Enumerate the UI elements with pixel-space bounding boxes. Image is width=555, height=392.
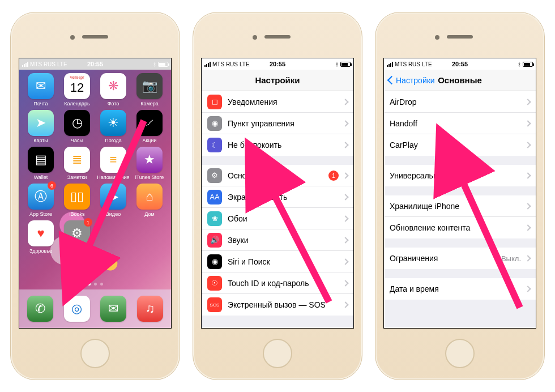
home-button[interactable]	[445, 339, 475, 368]
chevron-right-icon	[524, 224, 531, 231]
row-icon: ◉	[207, 254, 222, 269]
screen-home: MTS RUS LTE 20:55 ᚼ ✉ПочтаЧетверг12Кален…	[19, 58, 172, 329]
battery-icon	[523, 62, 533, 67]
settings-row[interactable]: Дата и время	[384, 278, 536, 300]
chevron-right-icon	[342, 120, 348, 126]
status-bar: MTS RUS LTE 20:55 ᚼ	[202, 58, 353, 70]
battery-icon	[158, 62, 168, 67]
app-Настройки[interactable]: ⚙1Настройки	[59, 220, 95, 254]
chevron-right-icon	[342, 99, 348, 105]
app-Заметки[interactable]: ≣Заметки	[59, 147, 95, 180]
dock-app[interactable]: ♫	[137, 296, 163, 322]
settings-row[interactable]: ◉Пункт управления	[202, 113, 353, 134]
settings-row[interactable]: Обновление контента	[384, 217, 536, 238]
chevron-right-icon	[524, 99, 531, 105]
row-label: Touch ID и код-пароль	[228, 279, 343, 288]
app-Карты[interactable]: ➤Карты	[23, 110, 59, 143]
app-iBooks[interactable]: ▯▯iBooks	[59, 184, 95, 217]
app-label: Здоровье	[29, 248, 52, 254]
app-label: Напоминания	[97, 174, 129, 180]
time: 20:55	[19, 61, 171, 67]
nav-title: Настройки	[255, 75, 300, 85]
app-Напоминания[interactable]: ≡Напоминания	[95, 147, 131, 180]
nav-bar: Настройки	[202, 70, 353, 91]
app-label: Видео	[106, 211, 121, 217]
row-label: Универсальный доступ	[390, 171, 526, 180]
settings-row[interactable]: Универсальный доступ	[384, 165, 536, 186]
app-Камера[interactable]: 📷Камера	[131, 73, 168, 106]
row-icon: AA	[207, 190, 222, 204]
row-label: Хранилище iPhone	[390, 202, 526, 211]
settings-row[interactable]: SOSЭкстренный вызов — SOS	[202, 294, 353, 316]
app-Акции[interactable]: ⟋Акции	[131, 110, 168, 143]
settings-row[interactable]: AirDrop	[384, 91, 536, 113]
row-label: Звуки	[228, 236, 343, 245]
app-Фото[interactable]: ❋Фото	[95, 73, 131, 106]
app-Wallet[interactable]: ▤Wallet	[23, 147, 59, 180]
app-label: Карты	[33, 138, 48, 143]
dock-app[interactable]: ✆	[27, 296, 53, 322]
row-icon: ◉	[207, 116, 222, 131]
phone-frame-general: MTS RUS LTE 20:55 ᚼ Настройки Основные A…	[375, 12, 545, 380]
settings-row[interactable]: CarPlay	[384, 134, 536, 156]
chevron-right-icon	[342, 142, 348, 148]
settings-row[interactable]: ☾Не беспокоить	[202, 134, 353, 156]
settings-row[interactable]: AAЭкран и яркость	[202, 186, 353, 208]
app-label: iBooks	[69, 211, 84, 217]
screen-general: MTS RUS LTE 20:55 ᚼ Настройки Основные A…	[383, 58, 536, 329]
app-label: Почта	[34, 101, 48, 106]
settings-row[interactable]: ◉Siri и Поиск	[202, 251, 353, 272]
phone-frame-settings: MTS RUS LTE 20:55 ᚼ Настройки ◻Уведомлен…	[193, 12, 362, 380]
app-label: Фото	[108, 101, 119, 106]
app-Почта[interactable]: ✉Почта	[23, 73, 59, 106]
row-label: AirDrop	[390, 97, 526, 106]
app-Дом[interactable]: ⌂Дом	[131, 184, 168, 217]
app-Часы[interactable]: ◷Часы	[59, 110, 95, 143]
home-button[interactable]	[263, 339, 292, 368]
settings-row[interactable]: ОграниченияВыкл.	[384, 248, 536, 269]
row-label: Не беспокоить	[228, 140, 343, 150]
settings-row[interactable]: 🔊Звуки	[202, 229, 353, 251]
settings-row[interactable]: ◻Уведомления	[202, 91, 353, 113]
chevron-right-icon	[342, 301, 348, 308]
app-Календарь[interactable]: Четверг12Календарь	[59, 73, 95, 106]
chevron-right-icon	[524, 142, 531, 148]
app-label: Wallet	[34, 174, 48, 180]
chevron-right-icon	[342, 215, 348, 221]
app-Видео[interactable]: ▶Видео	[95, 184, 131, 217]
row-label: Экстренный вызов — SOS	[228, 300, 343, 309]
chevron-right-icon	[524, 286, 531, 292]
phone-frame-home: MTS RUS LTE 20:55 ᚼ ✉ПочтаЧетверг12Кален…	[10, 12, 180, 380]
row-label: Основные	[228, 171, 328, 180]
chevron-right-icon	[524, 203, 531, 209]
settings-row[interactable]: ❀Обои	[202, 208, 353, 229]
chevron-right-icon	[342, 172, 348, 178]
dock-app[interactable]: ◎	[64, 296, 90, 322]
chevron-right-icon	[524, 120, 531, 126]
settings-list[interactable]: ◻Уведомления◉Пункт управления☾Не беспоко…	[202, 91, 353, 328]
row-icon: ⚙	[207, 168, 222, 183]
home-apps-grid: ✉ПочтаЧетверг12Календарь❋Фото📷Камера➤Кар…	[19, 70, 171, 254]
app-label: Камера	[140, 101, 158, 106]
app-iTunes Store[interactable]: ★iTunes Store	[131, 147, 168, 180]
back-button[interactable]: Настройки	[386, 70, 435, 91]
settings-row[interactable]: Handoff	[384, 113, 536, 134]
settings-row[interactable]: Хранилище iPhone	[384, 195, 536, 217]
settings-row[interactable]: ☉Touch ID и код-пароль	[202, 272, 353, 294]
row-label: CarPlay	[390, 140, 526, 150]
app-Погода[interactable]: ☀Погода	[95, 110, 131, 143]
app-label: Заметки	[67, 174, 87, 180]
page-indicator[interactable]	[19, 280, 171, 287]
dock: ✆◎✉♫	[19, 289, 171, 328]
home-wallpaper: ✉ПочтаЧетверг12Календарь❋Фото📷Камера➤Кар…	[19, 70, 171, 328]
general-list[interactable]: AirDropHandoffCarPlay Универсальный дост…	[384, 91, 536, 328]
row-label: Обновление контента	[390, 223, 526, 232]
app-Здоровье[interactable]: ♥Здоровье	[23, 220, 59, 254]
dock-app[interactable]: ✉	[100, 296, 126, 322]
screen-settings: MTS RUS LTE 20:55 ᚼ Настройки ◻Уведомлен…	[201, 58, 354, 329]
row-label: Пункт управления	[228, 119, 343, 128]
home-button[interactable]	[80, 339, 110, 368]
app-App Store[interactable]: Ⓐ6App Store	[23, 184, 59, 217]
row-icon: ◻	[207, 95, 222, 109]
settings-row[interactable]: ⚙Основные1	[202, 165, 353, 186]
